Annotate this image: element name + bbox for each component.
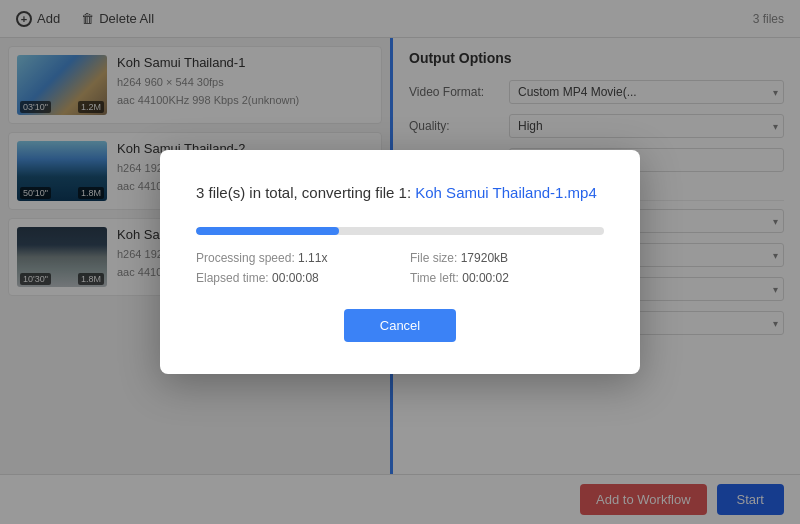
- dialog-title-file: Koh Samui Thailand-1.mp4: [415, 184, 597, 201]
- progress-dialog: 3 file(s) in total, converting file 1: K…: [160, 150, 640, 374]
- dialog-title: 3 file(s) in total, converting file 1: K…: [196, 182, 604, 203]
- progress-bar-container: [196, 227, 604, 235]
- stats-grid: Processing speed: 1.11x File size: 17920…: [196, 251, 604, 285]
- processing-speed-label: Processing speed:: [196, 251, 295, 265]
- dialog-title-prefix: 3 file(s) in total, converting file 1:: [196, 184, 415, 201]
- processing-speed-value: 1.11x: [298, 251, 327, 265]
- time-left-value: 00:00:02: [462, 271, 509, 285]
- processing-speed-stat: Processing speed: 1.11x: [196, 251, 390, 265]
- elapsed-time-stat: Elapsed time: 00:00:08: [196, 271, 390, 285]
- elapsed-label: Elapsed time:: [196, 271, 269, 285]
- modal-overlay: 3 file(s) in total, converting file 1: K…: [0, 0, 800, 524]
- file-size-stat: File size: 17920kB: [410, 251, 604, 265]
- dialog-actions: Cancel: [196, 309, 604, 342]
- progress-bar-fill: [196, 227, 339, 235]
- cancel-button[interactable]: Cancel: [344, 309, 456, 342]
- elapsed-value: 00:00:08: [272, 271, 319, 285]
- file-size-label: File size:: [410, 251, 457, 265]
- file-size-value: 17920kB: [461, 251, 508, 265]
- time-left-label: Time left:: [410, 271, 459, 285]
- time-left-stat: Time left: 00:00:02: [410, 271, 604, 285]
